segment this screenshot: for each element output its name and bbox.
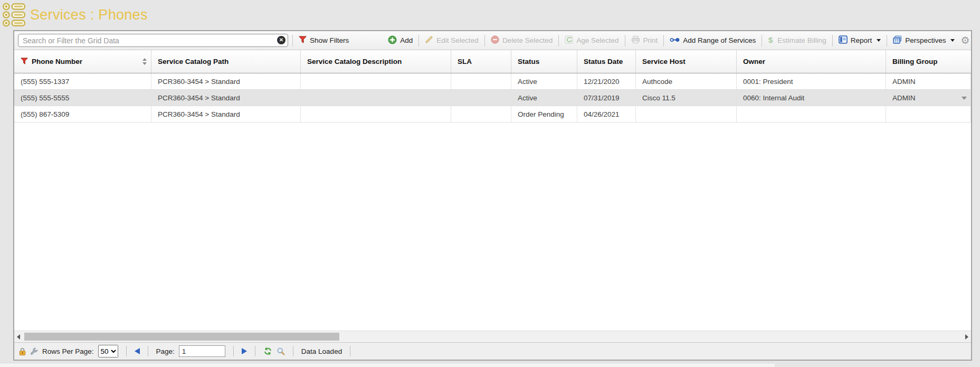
cell-sla — [451, 90, 511, 106]
horizontal-scrollbar[interactable] — [14, 331, 971, 342]
statusbar-separator — [233, 346, 234, 356]
cell-sla — [451, 106, 511, 122]
column-label: Billing Group — [892, 58, 938, 65]
column-label: Owner — [743, 58, 765, 65]
table-row[interactable]: (555) 867-5309 PCR360-3454 > Standard Or… — [14, 106, 971, 123]
column-label: Status — [518, 58, 539, 65]
statusbar-separator — [148, 346, 148, 356]
toolbar-separator — [418, 35, 419, 46]
search-wrap: ✕ — [18, 34, 288, 47]
cell-billing-group: ADMIN — [886, 73, 971, 89]
page-number-input[interactable] — [179, 345, 225, 357]
delete-minus-icon — [491, 35, 499, 45]
report-label: Report — [851, 36, 872, 44]
add-button[interactable]: Add — [386, 35, 414, 46]
add-range-of-services-label: Add Range of Services — [683, 36, 756, 44]
age-selected-button[interactable]: Age Selected — [563, 35, 620, 45]
column-header-status[interactable]: Status — [511, 50, 577, 73]
show-filters-button[interactable]: Show Filters — [297, 36, 350, 45]
cell-phone-number: (555) 555-5555 — [14, 90, 151, 106]
report-dropdown-button[interactable]: Report — [837, 35, 883, 45]
column-header-owner[interactable]: Owner — [737, 50, 886, 73]
cell-sla — [451, 73, 511, 89]
bottom-edge-strip — [0, 363, 775, 367]
status-text: Data Loaded — [301, 347, 342, 355]
column-header-billing-group[interactable]: Billing Group — [886, 50, 971, 73]
toolbar: ✕ Show Filters Add Edit Selected — [14, 31, 971, 50]
print-button[interactable]: Print — [630, 35, 660, 45]
cell-owner: 0001: President — [737, 73, 886, 89]
cell-status: Active — [511, 73, 577, 89]
show-filters-label: Show Filters — [310, 36, 349, 44]
grid-body: (555) 555-1337 PCR360-3454 > Standard Ac… — [14, 73, 971, 331]
column-header-service-host[interactable]: Service Host — [636, 50, 737, 73]
toolbar-separator — [292, 35, 293, 46]
column-header-service-catalog-description[interactable]: Service Catalog Description — [301, 50, 451, 73]
add-label: Add — [400, 36, 413, 44]
cell-service-catalog-path: PCR360-3454 > Standard — [151, 90, 301, 106]
gear-icon[interactable]: ⚙ — [960, 35, 969, 45]
column-label: Service Catalog Path — [158, 58, 229, 65]
search-clear-icon[interactable]: ✕ — [277, 36, 286, 44]
lock-icon[interactable] — [19, 347, 26, 355]
cell-service-catalog-description — [301, 73, 451, 89]
table-row[interactable]: (555) 555-1337 PCR360-3454 > Standard Ac… — [14, 73, 971, 90]
cell-service-host: Authcode — [636, 73, 737, 89]
column-header-status-date[interactable]: Status Date — [577, 50, 636, 73]
wrench-icon[interactable] — [30, 347, 38, 355]
statusbar-separator — [293, 346, 293, 356]
scroll-left-icon[interactable] — [17, 334, 20, 340]
page-header: Services : Phones — [0, 0, 980, 30]
column-label: Status Date — [584, 58, 623, 65]
cell-service-host — [636, 106, 737, 122]
range-icon — [670, 36, 680, 44]
lookup-magnifier-icon[interactable] — [277, 347, 285, 355]
toolbar-separator — [887, 35, 887, 46]
edit-selected-button[interactable]: Edit Selected — [423, 35, 480, 45]
column-header-phone-number[interactable]: Phone Number — [14, 50, 151, 73]
scroll-right-icon[interactable] — [965, 334, 968, 340]
rows-per-page-label: Rows Per Page: — [42, 347, 94, 355]
table-row[interactable]: (555) 555-5555 PCR360-3454 > Standard Ac… — [14, 90, 971, 106]
previous-page-icon[interactable] — [135, 348, 140, 354]
sort-arrows-icon[interactable] — [142, 58, 147, 65]
delete-selected-button[interactable]: Delete Selected — [489, 35, 554, 45]
filter-icon — [299, 36, 307, 45]
perspectives-dropdown-button[interactable]: Perspectives — [891, 35, 956, 45]
cell-service-catalog-description — [301, 90, 451, 106]
cell-service-catalog-description — [301, 106, 451, 122]
column-header-sla[interactable]: SLA — [451, 50, 511, 73]
chevron-down-icon — [950, 39, 955, 42]
toolbar-separator — [558, 35, 559, 46]
column-header-service-catalog-path[interactable]: Service Catalog Path — [151, 50, 301, 73]
perspectives-icon — [893, 35, 902, 45]
cell-status-date: 12/21/2020 — [577, 73, 636, 89]
rows-per-page-select[interactable]: 50 — [98, 345, 118, 357]
toolbar-separator — [663, 35, 664, 46]
estimate-billing-button[interactable]: $ Estimate Billing — [766, 35, 827, 45]
edit-pencil-icon — [425, 35, 433, 45]
statusbar-separator — [350, 346, 350, 356]
scrollbar-thumb[interactable] — [24, 333, 339, 341]
age-refresh-icon — [565, 35, 573, 45]
report-icon — [839, 35, 848, 45]
toolbar-separator — [484, 35, 485, 46]
cell-service-catalog-path: PCR360-3454 > Standard — [151, 73, 301, 89]
add-range-of-services-button[interactable]: Add Range of Services — [668, 36, 757, 44]
add-icon — [388, 35, 397, 46]
cell-status: Active — [511, 90, 577, 106]
search-input[interactable] — [18, 34, 288, 47]
next-page-icon[interactable] — [242, 348, 247, 354]
page-label: Page: — [156, 347, 175, 355]
svg-text:$: $ — [768, 35, 773, 44]
toolbar-separator — [832, 35, 833, 46]
toolbar-separator — [762, 35, 762, 46]
row-menu-arrow-icon[interactable] — [962, 97, 967, 100]
print-icon — [631, 35, 640, 45]
column-filter-funnel-icon — [21, 58, 28, 66]
page-title: Services : Phones — [30, 7, 148, 23]
perspectives-label: Perspectives — [905, 36, 946, 44]
delete-selected-label: Delete Selected — [502, 36, 553, 44]
refresh-icon[interactable] — [263, 347, 272, 355]
cell-owner: 0060: Internal Audit — [737, 90, 886, 106]
